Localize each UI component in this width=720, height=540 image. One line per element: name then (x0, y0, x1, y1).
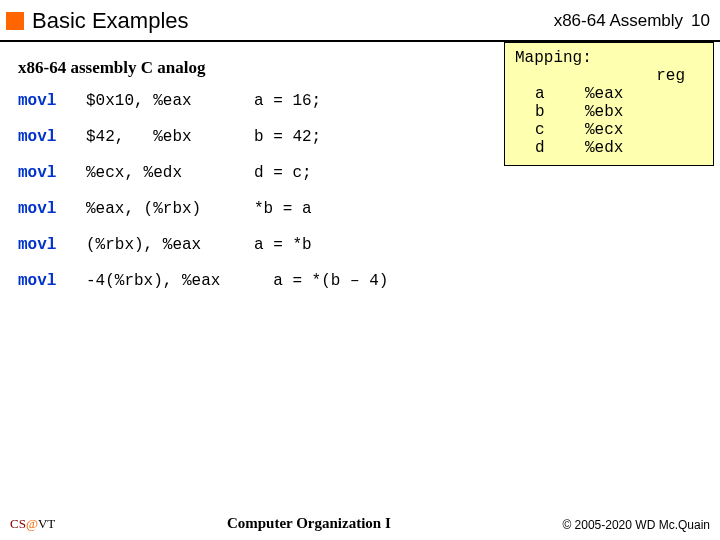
code-row: movl %ecx, %edx d = c; (18, 164, 702, 182)
slide-title: Basic Examples (32, 8, 189, 34)
code-row: movl %eax, (%rbx) *b = a (18, 200, 702, 218)
title-wrap: Basic Examples (6, 8, 189, 34)
mapping-row: c %ecx (515, 121, 703, 139)
footer-left: CS@VT (10, 516, 55, 532)
operands: (%rbx), %eax (86, 236, 254, 254)
footer-right: © 2005-2020 WD Mc.Quain (562, 518, 710, 532)
c-analog: d = c; (254, 164, 312, 182)
mapping-var: d (515, 139, 585, 157)
slide-footer: CS@VT Computer Organization I © 2005-202… (0, 515, 720, 532)
footer-cs: CS (10, 516, 26, 531)
footer-vt: VT (38, 516, 55, 531)
mapping-var: a (515, 85, 585, 103)
subject-label: x86-64 Assembly (554, 11, 683, 31)
mnemonic: movl (18, 92, 86, 110)
header-right: x86-64 Assembly 10 (554, 11, 710, 31)
code-row: movl (%rbx), %eax a = *b (18, 236, 702, 254)
operands: $0x10, %eax (86, 92, 254, 110)
mapping-row: d %edx (515, 139, 703, 157)
mnemonic: movl (18, 272, 86, 290)
operands: $42, %ebx (86, 128, 254, 146)
mapping-title: Mapping: (515, 49, 703, 67)
mapping-reg: %ecx (585, 121, 623, 139)
mapping-reg: %edx (585, 139, 623, 157)
footer-center: Computer Organization I (227, 515, 391, 532)
mapping-row: b %ebx (515, 103, 703, 121)
slide-header: Basic Examples x86-64 Assembly 10 (0, 0, 720, 42)
footer-at: @ (26, 516, 38, 531)
mapping-reg: %ebx (585, 103, 623, 121)
operands: %ecx, %edx (86, 164, 254, 182)
bullet-icon (6, 12, 24, 30)
mnemonic: movl (18, 200, 86, 218)
mapping-row: a %eax (515, 85, 703, 103)
mapping-reg: %eax (585, 85, 623, 103)
c-analog: a = *b (254, 236, 312, 254)
operands: -4(%rbx), %eax (86, 272, 254, 290)
mnemonic: movl (18, 236, 86, 254)
code-row: movl -4(%rbx), %eax a = *(b – 4) (18, 272, 702, 290)
mnemonic: movl (18, 128, 86, 146)
mapping-box: Mapping: reg a %eax b %ebx c %ecx d %edx (504, 42, 714, 166)
operands: %eax, (%rbx) (86, 200, 254, 218)
c-analog: *b = a (254, 200, 312, 218)
mapping-var: b (515, 103, 585, 121)
mapping-var: c (515, 121, 585, 139)
c-analog: a = *(b – 4) (254, 272, 388, 290)
mapping-reg-head: reg (515, 67, 703, 85)
slide-content: x86-64 assembly C analog movl $0x10, %ea… (0, 42, 720, 290)
slide-number: 10 (691, 11, 710, 31)
c-analog: a = 16; (254, 92, 321, 110)
c-analog: b = 42; (254, 128, 321, 146)
mnemonic: movl (18, 164, 86, 182)
